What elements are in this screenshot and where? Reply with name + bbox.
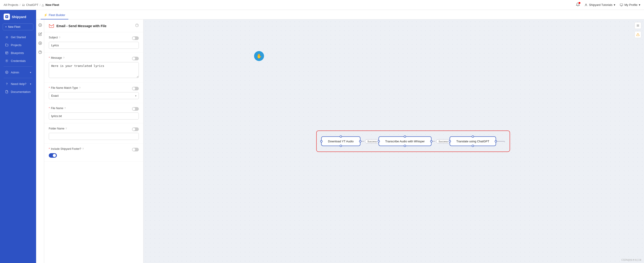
admin-icon xyxy=(5,71,8,74)
file-name-help-icon[interactable]: ? xyxy=(64,107,66,110)
logo-icon xyxy=(4,14,10,20)
sidebar-item-blueprints[interactable]: Blueprints xyxy=(1,49,35,57)
canvas-menu-icon[interactable] xyxy=(634,22,641,29)
subject-toggle[interactable] xyxy=(132,36,139,40)
message-toggle[interactable] xyxy=(132,57,139,60)
port-bottom-1 xyxy=(340,145,342,147)
file-name-toggle[interactable] xyxy=(132,107,139,111)
add-node-icon[interactable] xyxy=(37,22,43,28)
main-layout: Shipyard + + New Fleet New Fleet ⊙ Get S… xyxy=(0,10,644,263)
flow-selection-box: Download YT Audio Success › xyxy=(316,131,510,152)
file-name-match-type-select[interactable]: Exact Regex Glob xyxy=(49,92,139,99)
folder-icon xyxy=(5,43,8,47)
compass-icon: ⊙ xyxy=(5,35,8,39)
edit-icon[interactable] xyxy=(37,31,43,37)
edge-arrow-trailing: › xyxy=(504,139,505,143)
svg-rect-3 xyxy=(6,52,8,54)
need-help-arrow-icon: ▾ xyxy=(30,83,31,85)
content-area: ⚡ Fleet Builder xyxy=(36,10,644,263)
header: All Projects / 🗂 ChatGPT / △ New Fleet S… xyxy=(0,0,644,10)
tab-fleet-builder[interactable]: ⚡ Fleet Builder xyxy=(40,11,68,20)
watermark: CSDN@技术光江湖 xyxy=(622,258,642,262)
file-name-match-type-label: File Name Match Type xyxy=(51,86,78,90)
message-help-icon[interactable]: ? xyxy=(63,57,64,59)
port-left-3 xyxy=(448,140,451,142)
subject-label: Subject xyxy=(49,36,58,39)
help-circle-icon[interactable] xyxy=(37,49,43,55)
sidebar-item-get-started[interactable]: ⊙ Get Started xyxy=(1,33,35,41)
svg-point-4 xyxy=(6,60,7,61)
subject-section: Subject ? xyxy=(44,32,143,53)
file-name-match-type-select-wrap: Exact Regex Glob ▾ xyxy=(49,92,139,99)
form-panel-title: Email - Send Message with File xyxy=(49,23,106,29)
sidebar-item-documentation[interactable]: Documentation xyxy=(1,88,35,96)
include-footer-label: Include Shipyard Footer? xyxy=(51,147,81,150)
flow-node-transcribe[interactable]: Transcribe Audio with Whisper xyxy=(378,136,432,146)
sidebar: Shipyard + + New Fleet New Fleet ⊙ Get S… xyxy=(0,10,36,263)
edge-label-1: Success xyxy=(365,139,379,143)
credentials-icon xyxy=(5,59,8,63)
header-right: Shipyard Tutorials ▾ My Profile ▾ xyxy=(576,3,640,8)
sidebar-item-credentials[interactable]: Credentials xyxy=(1,57,35,65)
form-panel: Email - Send Message with File Subject ? xyxy=(44,20,144,263)
file-name-match-type-toggle[interactable] xyxy=(132,87,139,90)
sidebar-item-projects[interactable]: Projects xyxy=(1,41,35,49)
sidebar-divider xyxy=(4,66,32,67)
cursor-overlay: ✋ xyxy=(254,51,264,61)
breadcrumb-current: New Fleet xyxy=(45,3,59,7)
port-right-3 xyxy=(494,140,497,142)
documentation-icon xyxy=(5,90,8,94)
form-help-icon[interactable] xyxy=(135,24,139,28)
include-footer-switch[interactable] xyxy=(49,153,57,158)
sidebar-item-need-help[interactable]: ? Need Help? ▾ xyxy=(1,80,35,88)
flow-edge-1: Success › xyxy=(360,139,378,143)
edge-label-2: Success xyxy=(436,139,450,143)
folder-name-label: Folder Name xyxy=(49,127,64,130)
file-name-section: * File Name ? xyxy=(44,103,143,123)
folder-name-toggle[interactable] xyxy=(132,127,139,131)
breadcrumb: All Projects / 🗂 ChatGPT / △ New Fleet xyxy=(4,3,59,7)
port-top-3 xyxy=(472,136,474,138)
gmail-icon xyxy=(49,23,54,29)
folder-name-input[interactable] xyxy=(49,133,139,140)
admin-arrow-icon: ▾ xyxy=(30,71,31,74)
folder-name-help-icon[interactable]: ? xyxy=(66,127,67,130)
message-textarea[interactable]: Here is your translated lyrics xyxy=(49,62,139,78)
flow-node-translate[interactable]: Translate using ChatGPT xyxy=(450,136,496,146)
flow-node-download-yt[interactable]: Download YT Audio xyxy=(321,136,360,146)
include-footer-toggle[interactable] xyxy=(132,148,139,151)
folder-name-section: Folder Name ? xyxy=(44,123,143,144)
port-right-1 xyxy=(359,140,361,142)
svg-point-5 xyxy=(6,72,7,73)
tab-bar: ⚡ Fleet Builder xyxy=(36,10,644,20)
notification-bell[interactable] xyxy=(576,3,580,8)
file-name-match-type-help-icon[interactable]: ? xyxy=(79,87,80,89)
sidebar-item-admin[interactable]: Admin ▾ xyxy=(1,69,35,76)
breadcrumb-fleet-icon: △ xyxy=(42,3,44,7)
subject-help-icon[interactable]: ? xyxy=(59,36,60,39)
settings-icon[interactable] xyxy=(37,40,43,46)
flow-container: Download YT Audio Success › xyxy=(316,131,510,152)
port-bottom-2 xyxy=(404,145,406,147)
breadcrumb-chatgpt[interactable]: ChatGPT xyxy=(26,3,38,7)
port-top-2 xyxy=(404,136,406,138)
new-fleet-button[interactable]: + + New Fleet New Fleet xyxy=(3,24,34,30)
canvas-warning-icon[interactable] xyxy=(634,31,641,38)
svg-rect-1 xyxy=(620,4,623,6)
file-name-input[interactable] xyxy=(49,113,139,120)
sidebar-logo: Shipyard xyxy=(0,12,36,24)
svg-point-0 xyxy=(586,4,587,5)
include-footer-section: * Include Shipyard Footer? ? xyxy=(44,144,143,162)
port-right-2 xyxy=(430,140,432,142)
message-section: * Message ? Here is your translated lyri… xyxy=(44,53,143,83)
flow-edge-2: Success › xyxy=(432,139,450,143)
tutorials-button[interactable]: Shipyard Tutorials ▾ xyxy=(584,3,615,7)
subject-input[interactable] xyxy=(49,42,139,49)
canvas-area[interactable]: ✋ Download YT Audio xyxy=(144,20,644,263)
flow-edge-trailing: › xyxy=(496,139,505,143)
include-footer-help-icon[interactable]: ? xyxy=(82,148,84,150)
file-name-match-type-section: * File Name Match Type ? Exact Regex Glo… xyxy=(44,83,143,103)
port-bottom-3 xyxy=(472,145,474,147)
breadcrumb-all-projects[interactable]: All Projects xyxy=(4,3,18,7)
profile-button[interactable]: My Profile ▾ xyxy=(620,3,640,7)
